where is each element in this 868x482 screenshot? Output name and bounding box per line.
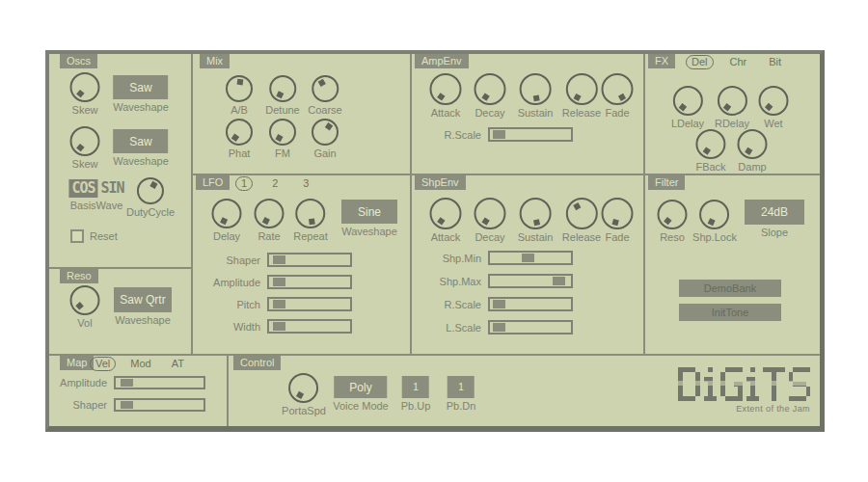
knob-indicator: [76, 143, 84, 150]
fx-rdelay-knob[interactable]: [717, 86, 746, 116]
reso-waveshape-button[interactable]: Saw Qrtr: [114, 287, 172, 312]
mix-detune-knob[interactable]: [269, 75, 296, 102]
filter-reso-knob[interactable]: [658, 200, 688, 229]
shpenv-lscale-label: L.Scale: [420, 322, 481, 334]
lfo-select-2[interactable]: 2: [266, 176, 284, 191]
control-portaspd-knob[interactable]: [289, 373, 319, 403]
osc1-skew-knob[interactable]: [70, 72, 100, 102]
digits-synth-window: { "theme":{ "panel_bg":"#ccd3ae", "butto…: [0, 0, 868, 482]
mix-fm-knob[interactable]: [269, 119, 296, 146]
mix-phat-knob[interactable]: [226, 119, 253, 146]
slider-handle[interactable]: [273, 300, 285, 308]
slider-handle[interactable]: [121, 379, 133, 387]
fx-fback-knob[interactable]: [696, 129, 726, 159]
slider-handle[interactable]: [493, 130, 505, 139]
shpenv-fade-knob[interactable]: [602, 198, 634, 229]
voice-mode-button[interactable]: Poly: [334, 376, 387, 398]
slider-handle[interactable]: [493, 300, 505, 308]
fx-damp-knob[interactable]: [738, 129, 768, 159]
map-shaper-slider[interactable]: [114, 398, 205, 412]
map-source-at[interactable]: AT: [166, 357, 190, 371]
pb-up-button[interactable]: 1: [402, 376, 429, 398]
lfo-delay-knob[interactable]: [212, 199, 242, 228]
filter-shplock-label: Shp.Lock: [692, 232, 737, 243]
lfo-pitch-slider[interactable]: [267, 297, 352, 311]
map-shaper-row: Shaper: [51, 398, 205, 412]
reset-checkbox[interactable]: [70, 229, 84, 243]
lfo-shaper-row: Shaper: [199, 253, 352, 267]
mix-phat-group: Phat: [226, 119, 253, 159]
lfo-repeat-knob[interactable]: [295, 199, 325, 228]
knob-indicator: [481, 217, 489, 225]
shpenv-release-knob[interactable]: [565, 198, 597, 229]
slider-handle[interactable]: [273, 255, 285, 264]
ampenv-release-knob[interactable]: [565, 73, 597, 105]
demobank-button[interactable]: DemoBank: [679, 280, 781, 297]
slider-handle[interactable]: [493, 323, 505, 332]
fx-mode-del[interactable]: Del: [686, 55, 714, 69]
slider-handle[interactable]: [522, 254, 534, 262]
fx-rdelay-group: RDelay: [715, 86, 749, 129]
osc2-waveshape-button[interactable]: Saw: [114, 129, 169, 153]
inittone-button[interactable]: InitTone: [679, 304, 781, 321]
fx-ldelay-label: LDelay: [671, 119, 704, 129]
mix-ab-knob[interactable]: [226, 75, 253, 102]
shpenv-decay-knob[interactable]: [475, 198, 506, 229]
lfo-select-1[interactable]: 1: [235, 176, 253, 191]
shpenv-shpmin-slider[interactable]: [488, 251, 573, 265]
lfo-select-3[interactable]: 3: [297, 176, 314, 191]
shpenv-attack-label: Attack: [431, 232, 461, 243]
map-amplitude-row: Amplitude: [51, 376, 205, 389]
map-source-mod[interactable]: Mod: [124, 357, 156, 371]
ampenv-sustain-knob[interactable]: [519, 73, 551, 105]
map-amplitude-slider[interactable]: [114, 376, 205, 389]
ampenv-rscale-slider[interactable]: [488, 127, 573, 142]
slider-handle[interactable]: [273, 322, 285, 331]
lfo-shaper-slider[interactable]: [267, 253, 352, 267]
fx-mode-chr[interactable]: Chr: [724, 55, 753, 69]
lfo-amplitude-slider[interactable]: [267, 275, 352, 289]
mix-coarse-knob[interactable]: [312, 75, 339, 102]
lfo-waveshape-button[interactable]: Sine: [341, 200, 397, 224]
lfo-width-slider[interactable]: [267, 319, 352, 334]
shpenv-shpmax-slider[interactable]: [488, 274, 573, 288]
fx-damp-group: Damp: [738, 129, 768, 173]
knob-indicator: [325, 122, 333, 130]
map-source-vel[interactable]: Vel: [90, 357, 116, 371]
filter-shplock-knob[interactable]: [700, 200, 730, 229]
ampenv-attack-knob[interactable]: [430, 73, 462, 105]
slider-handle[interactable]: [121, 401, 133, 409]
knob-indicator: [437, 217, 445, 225]
fx-wet-knob[interactable]: [759, 86, 789, 116]
shpenv-sustain-knob[interactable]: [519, 198, 551, 229]
osc2-skew-knob[interactable]: [70, 126, 100, 156]
reso-vol-knob[interactable]: [70, 285, 100, 315]
slider-handle[interactable]: [273, 278, 285, 286]
knob-indicator: [275, 134, 283, 142]
ampenv-decay-knob[interactable]: [475, 73, 506, 105]
ampenv-fade-knob[interactable]: [602, 73, 634, 105]
filter-slope-button[interactable]: 24dB: [745, 200, 804, 225]
panel-filter-tab: Filter: [648, 175, 685, 190]
shpenv-rscale-slider[interactable]: [488, 297, 573, 311]
slider-handle[interactable]: [553, 277, 565, 285]
shpenv-attack-knob[interactable]: [430, 198, 462, 229]
panel-oscs-tab: Oscs: [60, 54, 97, 68]
basiswave-cos[interactable]: cos: [68, 179, 97, 198]
filter-reso-group: Reso: [658, 200, 688, 243]
mix-gain-knob[interactable]: [312, 119, 339, 146]
fx-ldelay-knob[interactable]: [673, 86, 703, 116]
basiswave-sin[interactable]: sin: [101, 179, 124, 198]
pb-up-label: Pb.Up: [401, 401, 431, 412]
pb-dn-button[interactable]: 1: [448, 376, 475, 398]
knob-indicator: [76, 89, 84, 96]
osc1-waveshape-button[interactable]: Saw: [114, 75, 169, 99]
basiswave-toggle[interactable]: cossin: [68, 179, 123, 198]
panel-mix-tab: Mix: [200, 54, 230, 68]
lfo-rate-knob[interactable]: [255, 199, 285, 228]
fx-mode-bit[interactable]: Bit: [763, 55, 787, 69]
shpenv-lscale-slider[interactable]: [488, 320, 573, 335]
panel-reso: Reso Vol Saw Qrtr Waveshape: [49, 269, 193, 356]
shpenv-shpmax-label: Shp.Max: [420, 276, 481, 287]
dutycycle-knob[interactable]: [137, 177, 164, 204]
